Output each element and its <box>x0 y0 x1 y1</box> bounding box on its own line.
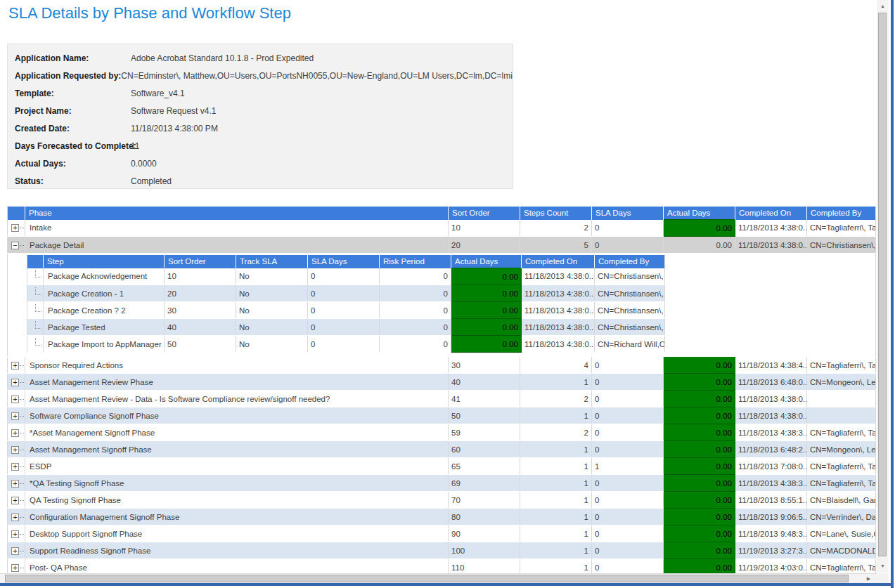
risk-period-cell: 0 <box>380 302 451 319</box>
completed-by-cell: CN=Christiansen\, ... <box>807 237 876 254</box>
scroll-right-button[interactable]: ▶ <box>863 573 874 584</box>
expand-icon[interactable]: + <box>11 412 19 420</box>
expander-cell[interactable]: + <box>8 220 25 237</box>
expand-icon[interactable]: + <box>11 480 19 488</box>
sort-order-cell: 30 <box>449 357 520 374</box>
vertical-scrollbar[interactable]: ▲ ▼ <box>877 0 889 573</box>
completed-on-cell: 11/18/2013 9:48:3... <box>735 525 807 542</box>
phase-name-cell: Sponsor Required Actions <box>25 357 449 374</box>
scroll-right-icon: ▶ <box>867 576 870 581</box>
expander-cell[interactable]: + <box>8 357 25 374</box>
expand-icon[interactable]: + <box>11 547 19 555</box>
steps-count-cell: 1 <box>520 492 592 509</box>
step-row: Package Import to AppManager50No000.0011… <box>27 336 665 353</box>
expand-icon[interactable]: + <box>11 497 19 504</box>
expander-cell[interactable]: + <box>8 391 25 407</box>
expand-icon[interactable]: + <box>11 564 19 572</box>
dotted-connector <box>20 399 25 400</box>
expander-column-header <box>8 207 25 220</box>
column-header-completed-by: Completed By <box>807 207 876 220</box>
expander-cell[interactable]: + <box>8 509 25 525</box>
phase-row: +Software Compliance Signoff Phase50100.… <box>8 407 876 424</box>
phase-name-cell: Configuration Management Signoff Phase <box>25 509 449 525</box>
completed-by-cell <box>807 391 876 407</box>
info-field-label: Days Forecasted to Complete: <box>8 141 131 151</box>
scroll-down-button[interactable]: ▼ <box>877 561 888 571</box>
completed-on-cell: 11/18/2013 6:48:2... <box>735 441 807 458</box>
dotted-connector <box>20 500 25 501</box>
collapse-icon[interactable]: − <box>11 242 19 249</box>
completed-on-cell: 11/18/2013 4:38:0... <box>735 391 807 407</box>
expander-cell[interactable]: + <box>8 458 25 475</box>
horizontal-scroll-thumb[interactable] <box>5 575 849 582</box>
expander-cell[interactable]: + <box>8 475 25 492</box>
track-sla-cell: No <box>236 285 308 302</box>
expander-cell[interactable]: − <box>8 237 25 254</box>
completed-on-cell: 11/18/2013 4:38:0... <box>522 285 595 302</box>
phase-name-cell: Support Readiness Signoff Phase <box>25 542 449 559</box>
step-connector-cell <box>27 268 44 285</box>
sort-order-cell: 50 <box>449 407 520 424</box>
expand-icon[interactable]: + <box>11 379 19 386</box>
risk-period-cell: 0 <box>380 336 451 353</box>
phase-name-cell: Package Detail <box>25 237 449 254</box>
step-column-header-risk-period: Risk Period <box>380 255 451 268</box>
horizontal-scrollbar[interactable]: ▶ <box>0 573 877 584</box>
expander-cell[interactable]: + <box>8 374 25 391</box>
sla-days-cell: 0 <box>592 237 664 254</box>
completed-on-cell: 11/18/2013 9:06:5... <box>735 509 807 525</box>
info-field-label: Application Name: <box>8 53 131 63</box>
sort-order-cell: 59 <box>449 424 520 441</box>
expander-cell[interactable]: + <box>8 492 25 509</box>
phase-row: +Asset Management Signoff Phase60100.001… <box>8 441 876 458</box>
completed-on-cell: 11/18/2013 4:38:0... <box>735 407 807 424</box>
info-field-value: 0.0000 <box>131 159 157 169</box>
expand-icon[interactable]: + <box>11 429 19 437</box>
sort-order-cell: 100 <box>449 542 520 559</box>
expander-cell[interactable]: + <box>8 441 25 458</box>
phase-row: +ESDP65110.0011/18/2013 7:08:0...CN=Tagl… <box>8 458 876 475</box>
dotted-connector <box>20 416 25 417</box>
actual-days-cell: 0.00 <box>664 525 735 542</box>
expander-cell[interactable]: + <box>8 542 25 559</box>
info-field-label: Application Requested by: <box>8 71 121 81</box>
step-connector-cell <box>27 319 44 336</box>
expand-icon[interactable]: + <box>11 514 19 521</box>
phase-name-cell: *Asset Management Signoff Phase <box>25 424 449 441</box>
completed-by-cell: CN=Lane\, Susie,O... <box>807 525 876 542</box>
completed-by-cell: CN=MACDONALD... <box>807 542 876 559</box>
steps-count-cell: 1 <box>520 458 592 475</box>
expand-icon[interactable]: + <box>11 362 19 370</box>
scroll-up-button[interactable]: ▲ <box>877 1 888 11</box>
step-row: Package Tested40No000.0011/18/2013 4:38:… <box>27 319 665 336</box>
steps-count-cell: 2 <box>520 424 592 441</box>
expander-cell[interactable]: + <box>8 424 25 441</box>
phase-row: +*Asset Management Signoff Phase59200.00… <box>8 424 876 441</box>
steps-count-cell: 1 <box>520 525 592 542</box>
completed-on-cell: 11/18/2013 4:38:0... <box>735 220 807 237</box>
info-field-value: 11 <box>131 141 139 151</box>
completed-by-cell: CN=Mongeon\, Le... <box>807 441 876 458</box>
expand-icon[interactable]: + <box>11 396 19 403</box>
sla-days-cell: 0 <box>592 441 664 458</box>
phase-name-cell: Asset Management Signoff Phase <box>25 441 449 458</box>
expand-icon[interactable]: + <box>11 463 19 471</box>
phase-row: −Package Detail20500.0011/18/2013 4:38:0… <box>8 237 876 254</box>
vertical-scroll-thumb[interactable] <box>878 13 887 556</box>
actual-days-cell: 0.00 <box>664 374 735 391</box>
expand-icon[interactable]: + <box>11 446 19 454</box>
expand-icon[interactable]: + <box>11 530 19 538</box>
dotted-connector <box>20 551 25 551</box>
info-field-label: Project Name: <box>8 106 131 116</box>
phase-name-cell: QA Testing Signoff Phase <box>25 492 449 509</box>
steps-count-cell: 2 <box>520 220 592 237</box>
phase-header-row: PhaseSort OrderSteps CountSLA DaysActual… <box>8 207 876 220</box>
expander-cell[interactable]: + <box>8 407 25 424</box>
info-field-row: Created Date:11/18/2013 4:38:00 PM <box>8 119 513 137</box>
expand-icon[interactable]: + <box>11 224 19 232</box>
expander-cell[interactable]: + <box>8 525 25 542</box>
actual-days-cell: 0.00 <box>664 509 735 525</box>
sla-days-cell: 0 <box>592 391 664 407</box>
risk-period-cell: 0 <box>380 268 451 285</box>
sla-days-cell: 0 <box>308 302 380 319</box>
